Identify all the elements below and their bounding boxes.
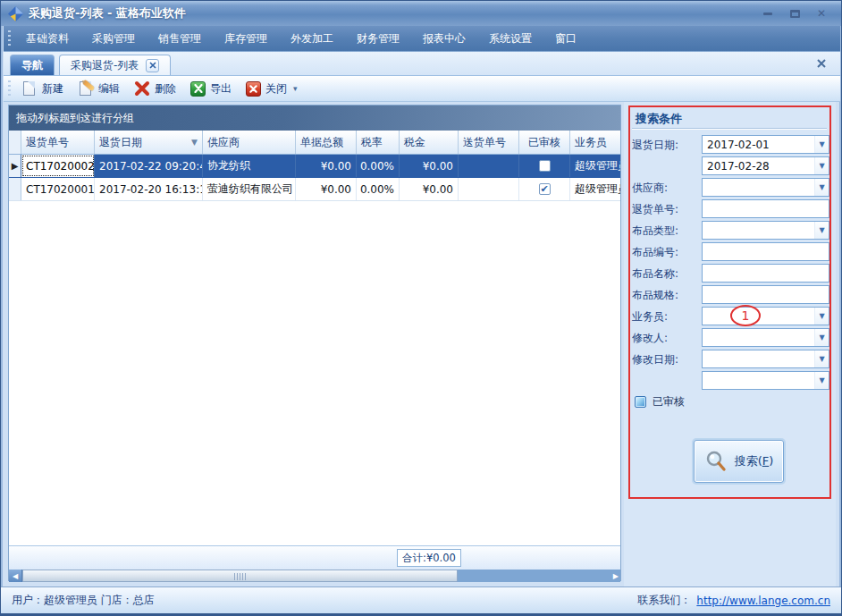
fabric-name-input[interactable] [702, 264, 829, 283]
edit-pencil-icon [78, 80, 94, 97]
cell-total[interactable]: ¥0.00 [296, 155, 357, 177]
selected-row-indicator-icon: ▶ [9, 155, 21, 177]
search-button[interactable]: 搜索(F) [694, 440, 784, 483]
cell-approved[interactable] [519, 155, 570, 177]
grid-group-panel[interactable]: 拖动列标题到这进行分组 [9, 105, 620, 131]
chevron-down-icon[interactable]: ▼ [814, 136, 829, 153]
scroll-left-arrow-icon[interactable]: ◀ [9, 570, 22, 582]
menu-window[interactable]: 窗口 [543, 27, 588, 51]
window-bottom-border [1, 613, 841, 615]
cell-salesman[interactable]: 超级管理员 [570, 178, 620, 200]
cell-tax[interactable]: ¥0.00 [400, 155, 459, 177]
tab-close-button[interactable] [146, 59, 159, 72]
menu-settings[interactable]: 系统设置 [477, 27, 543, 51]
column-header-delivery-no[interactable]: 送货单号 [459, 131, 519, 154]
maximize-button[interactable] [787, 7, 802, 20]
cell-tax[interactable]: ¥0.00 [400, 178, 459, 200]
tabstrip-close-button[interactable] [815, 57, 828, 70]
table-row[interactable]: CT17020001 2017-02-20 16:13:12 萤迪纺织有限公司 … [9, 178, 620, 201]
fabric-spec-input[interactable] [702, 285, 829, 304]
chevron-down-icon[interactable]: ▼ [814, 222, 829, 239]
search-button-label: 搜索(F) [735, 453, 774, 469]
field-label: 业务员: [632, 309, 668, 325]
close-icon: ✕ [817, 7, 826, 20]
window-title: 采购退货-列表 - 蓝格布业软件 [29, 5, 186, 21]
user-store-status: 用户：超级管理员 门店：总店 [12, 593, 155, 608]
menu-outsourcing[interactable]: 外发加工 [279, 27, 345, 51]
column-header-date[interactable]: 退货日期▼ [95, 131, 203, 154]
chevron-down-icon[interactable]: ▼ [814, 329, 829, 346]
scrollbar-thumb[interactable] [22, 570, 458, 582]
minimize-button[interactable] [761, 7, 775, 20]
menu-finance[interactable]: 财务管理 [345, 27, 411, 51]
cell-supplier[interactable]: 萤迪纺织有限公司 [203, 178, 296, 200]
checkbox-unchecked-icon[interactable] [539, 160, 551, 172]
approved-checkbox-icon[interactable] [635, 396, 646, 408]
cell-order-no[interactable]: CT17020002 [21, 155, 95, 177]
close-tab-button[interactable]: 关闭 ▾ [239, 79, 305, 99]
cell-supplier[interactable]: 协龙纺织 [203, 155, 296, 177]
tabstrip-close-icon [817, 59, 826, 68]
search-icon [704, 450, 728, 473]
excel-export-icon [190, 81, 206, 97]
export-button[interactable]: 导出 [183, 79, 239, 99]
modifier-combo[interactable]: ▼ [702, 328, 829, 347]
return-date-to-combo[interactable]: 2017-02-28 ▼ [702, 156, 829, 175]
annotation-number: 1 [742, 308, 750, 323]
chevron-down-icon[interactable]: ▾ [293, 84, 298, 93]
checkbox-checked-icon[interactable]: ✔ [539, 183, 551, 195]
scroll-right-arrow-icon[interactable]: ▶ [613, 570, 619, 582]
cell-date[interactable]: 2017-02-20 16:13:12 [95, 178, 203, 200]
tax-total-summary: 合计:¥0.00 [397, 549, 461, 567]
cell-total[interactable]: ¥0.00 [296, 178, 357, 200]
horizontal-scrollbar[interactable]: ◀ ▶ [9, 570, 620, 582]
supplier-combo[interactable]: ▼ [702, 178, 829, 197]
salesman-combo[interactable]: ▼ [702, 307, 829, 325]
delete-button[interactable]: 删除 [127, 78, 183, 99]
cell-delivery-no[interactable] [459, 178, 519, 200]
website-link[interactable]: http://www.lange.com.cn [696, 595, 830, 607]
modify-date-from-combo[interactable]: ▼ [702, 350, 829, 368]
menu-inventory[interactable]: 库存管理 [213, 27, 279, 51]
chevron-down-icon[interactable]: ▼ [814, 372, 829, 389]
cell-tax-rate[interactable]: 0.00% [357, 178, 400, 200]
field-label: 供应商: [632, 181, 668, 196]
approved-filter[interactable]: 已审核 [635, 394, 685, 409]
tab-label: 采购退货-列表 [71, 58, 139, 73]
return-date-from-combo[interactable]: 2017-02-01 ▼ [702, 135, 829, 154]
cell-tax-rate[interactable]: 0.00% [357, 155, 400, 177]
modify-date-to-combo[interactable]: ▼ [702, 371, 829, 390]
cell-order-no[interactable]: CT17020001 [21, 178, 95, 200]
column-header-order-no[interactable]: 退货单号 [21, 131, 95, 154]
tab-navigation[interactable]: 导航 [10, 55, 55, 75]
chevron-down-icon[interactable]: ▼ [814, 350, 829, 367]
column-header-approved[interactable]: 已审核 [519, 131, 570, 154]
column-header-supplier[interactable]: 供应商 [203, 131, 296, 154]
column-header-tax-rate[interactable]: 税率 [357, 131, 400, 154]
field-label: 修改人: [632, 331, 668, 346]
cell-delivery-no[interactable] [459, 155, 519, 177]
chevron-down-icon[interactable]: ▼ [814, 308, 829, 325]
field-label: 布品规格: [632, 288, 678, 303]
edit-button[interactable]: 编辑 [71, 78, 127, 99]
return-order-no-input[interactable] [702, 199, 829, 218]
new-button[interactable]: 新建 [14, 78, 71, 99]
fabric-no-input[interactable] [702, 242, 829, 261]
menu-reports[interactable]: 报表中心 [411, 27, 477, 51]
close-button[interactable]: ✕ [814, 7, 829, 20]
column-header-salesman[interactable]: 业务员 [570, 131, 620, 154]
cell-date[interactable]: 2017-02-22 09:20:47 [95, 155, 203, 177]
chevron-down-icon[interactable]: ▼ [814, 179, 829, 196]
tab-purchase-return-list[interactable]: 采购退货-列表 [59, 55, 171, 75]
column-header-tax[interactable]: 税金 [400, 131, 459, 154]
chevron-down-icon[interactable]: ▼ [814, 157, 829, 174]
fabric-type-combo[interactable]: ▼ [702, 221, 829, 240]
table-row[interactable]: ▶ CT17020002 2017-02-22 09:20:47 协龙纺织 ¥0… [9, 155, 620, 178]
row-indicator [9, 178, 21, 200]
menu-sales[interactable]: 销售管理 [147, 27, 213, 51]
column-header-total[interactable]: 单据总额 [296, 131, 357, 154]
cell-approved[interactable]: ✔ [519, 178, 570, 200]
menu-purchase[interactable]: 采购管理 [80, 27, 147, 51]
cell-salesman[interactable]: 超级管理员 [570, 155, 620, 177]
menu-basic-data[interactable]: 基础资料 [14, 27, 80, 51]
